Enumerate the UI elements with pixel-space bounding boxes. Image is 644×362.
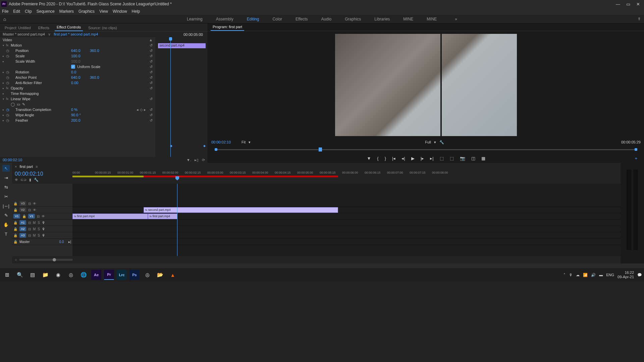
menu-clip[interactable]: Clip <box>25 9 32 14</box>
pen-tool-icon[interactable]: ✎ <box>2 212 10 219</box>
ws-graphics[interactable]: Graphics <box>345 17 361 21</box>
tray-chevron-icon[interactable]: ˄ <box>564 273 566 277</box>
tab-effect-controls[interactable]: Effect Controls <box>55 24 83 31</box>
track-select-tool-icon[interactable]: ⇥ <box>2 174 10 181</box>
ripple-tool-icon[interactable]: ⇆ <box>2 184 10 190</box>
hand-tool-icon[interactable]: ✋ <box>2 221 10 228</box>
lock-icon[interactable]: 🔒 <box>13 202 17 205</box>
pos-x[interactable]: 640.0 <box>71 49 90 53</box>
stopwatch-icon[interactable]: ◷ <box>6 75 11 80</box>
aftereffects-icon[interactable]: Ae <box>91 270 101 280</box>
comparison-icon[interactable]: ◫ <box>471 156 475 161</box>
panel-menu-icon[interactable]: ≡ <box>36 165 38 169</box>
stopwatch-icon[interactable]: ◷ <box>6 54 11 58</box>
stopwatch-on-icon[interactable]: ◷ <box>6 108 11 112</box>
feather-val[interactable]: 200.0 <box>71 118 90 122</box>
lightroom-icon[interactable]: Lrc <box>117 270 127 280</box>
ec-mini-playhead[interactable] <box>170 37 171 157</box>
lane-a1[interactable] <box>72 220 621 226</box>
app-icon[interactable]: ◎ <box>66 270 76 280</box>
volume-icon[interactable]: 🔊 <box>591 273 596 277</box>
maximize-icon[interactable]: ▭ <box>626 2 630 7</box>
mark-out-icon[interactable]: } <box>385 156 386 161</box>
solo-icon[interactable]: S <box>38 234 40 237</box>
row-opacity[interactable]: ▸fxOpacity↺ <box>0 85 155 91</box>
lane-master[interactable] <box>72 239 621 245</box>
program-time-left[interactable]: 00:00:02:10 <box>211 140 238 144</box>
sync-icon[interactable]: ⊟ <box>28 221 31 225</box>
reset-icon[interactable]: ↺ <box>150 108 153 112</box>
resolution-dropdown[interactable]: Full ▾ <box>425 140 436 144</box>
button-editor-icon[interactable]: + <box>635 156 637 161</box>
ws-audio[interactable]: Audio <box>321 17 332 21</box>
menu-edit[interactable]: Edit <box>13 9 20 14</box>
track-header-master[interactable]: 🔒Master0.0▸| <box>12 239 72 245</box>
filter-icon[interactable]: ▼. <box>186 158 191 162</box>
scrub-start-icon[interactable] <box>215 148 217 151</box>
lock-icon[interactable]: 🔒 <box>13 227 17 231</box>
premiere-icon[interactable]: Pr <box>104 270 114 280</box>
anchor-y[interactable]: 360.0 <box>90 75 109 79</box>
sync-icon[interactable]: ⊟ <box>37 215 40 218</box>
rotation-val[interactable]: 0.0 <box>71 70 90 74</box>
lang-indicator[interactable]: ENG <box>606 273 614 277</box>
app-icon[interactable]: ◉ <box>53 270 63 280</box>
kf-next-icon[interactable]: ▸ <box>144 108 146 112</box>
lock-icon[interactable]: 🔒 <box>13 208 17 212</box>
goto-end-icon[interactable]: ▸| <box>68 240 71 244</box>
clip-first-part-a[interactable]: fx first part.mp4 <box>72 214 148 219</box>
program-monitor[interactable] <box>208 31 644 139</box>
stopwatch-icon[interactable]: ◷ <box>6 81 11 85</box>
export-icon[interactable]: ⇪ <box>638 17 641 21</box>
safe-margins-icon[interactable]: ▦ <box>481 156 485 161</box>
timeline-timecode[interactable]: 00:00:02:10 <box>15 171 70 177</box>
menu-graphics[interactable]: Graphics <box>78 9 95 14</box>
clip-first-part-b[interactable]: fx first part.mp4 <box>148 214 177 219</box>
timeline-close-icon[interactable]: × <box>15 165 17 169</box>
ec-mini-clip[interactable]: second part.mp4 <box>158 43 206 48</box>
taskview-icon[interactable]: ▤ <box>28 270 38 280</box>
menu-window[interactable]: Window <box>113 9 127 14</box>
voice-icon[interactable]: 🎙 <box>42 227 45 231</box>
step-back-icon[interactable]: ◂| <box>401 156 405 161</box>
lock-icon[interactable]: 🔒 <box>22 215 26 218</box>
solo-icon[interactable]: S <box>38 227 40 231</box>
lift-icon[interactable]: ⬚ <box>440 156 444 161</box>
loop-icon[interactable]: ⟳ <box>202 158 205 162</box>
lane-v2[interactable]: fx second part.mp4 <box>72 207 621 213</box>
stopwatch-icon[interactable]: ◷ <box>6 49 11 53</box>
mic-icon[interactable]: 🎙 <box>569 273 573 277</box>
lane-v1[interactable]: fx first part.mp4 fx first part.mp4 <box>72 213 621 220</box>
mute-icon[interactable]: M <box>33 234 36 237</box>
anchor-x[interactable]: 640.0 <box>71 75 90 79</box>
mute-icon[interactable]: M <box>33 227 36 231</box>
menu-markers[interactable]: Markers <box>59 9 74 14</box>
transition-val[interactable]: 0 % <box>71 108 90 112</box>
export-frame-icon[interactable]: 📷 <box>460 156 465 161</box>
reset-icon[interactable]: ↺ <box>150 49 153 53</box>
row-motion[interactable]: ▾fxMotion↺ <box>0 43 155 48</box>
ws-mine2[interactable]: MINE <box>427 17 437 21</box>
tab-program[interactable]: Program: first part <box>211 23 244 31</box>
master-db[interactable]: 0.0 <box>59 240 64 244</box>
add-marker-icon[interactable]: ▼ <box>367 156 371 161</box>
program-scrubber[interactable] <box>211 147 641 152</box>
ws-color[interactable]: Color <box>272 17 282 21</box>
zoom-fit-dropdown[interactable]: Fit ▾ <box>241 140 251 144</box>
chrome-icon[interactable]: 🌐 <box>78 270 89 280</box>
selection-tool-icon[interactable]: ↖ <box>2 165 10 172</box>
ec-time[interactable]: 00:00:02:10 <box>3 158 22 162</box>
clip-second-part[interactable]: fx second part.mp4 <box>144 207 338 213</box>
timeline-ruler[interactable]: 00:0000:00:00:1500:00:01:0000:00:01:1500… <box>72 170 621 184</box>
menu-view[interactable]: View <box>99 9 108 14</box>
keyframe-icon[interactable]: ◆ <box>170 144 172 147</box>
keyframe-icon[interactable]: ◆ <box>203 144 206 147</box>
slip-tool-icon[interactable]: |↔| <box>2 202 10 209</box>
playonly-icon[interactable]: ▸▯ <box>195 158 199 162</box>
reset-icon[interactable]: ↺ <box>150 59 153 64</box>
photoshop-icon[interactable]: Ps <box>129 270 140 280</box>
voice-icon[interactable]: 🎙 <box>42 234 45 237</box>
eye-icon[interactable]: 👁 <box>33 208 36 212</box>
folder-icon[interactable]: 📂 <box>155 270 165 280</box>
pen-mask-icon[interactable]: ✎ <box>22 102 25 107</box>
